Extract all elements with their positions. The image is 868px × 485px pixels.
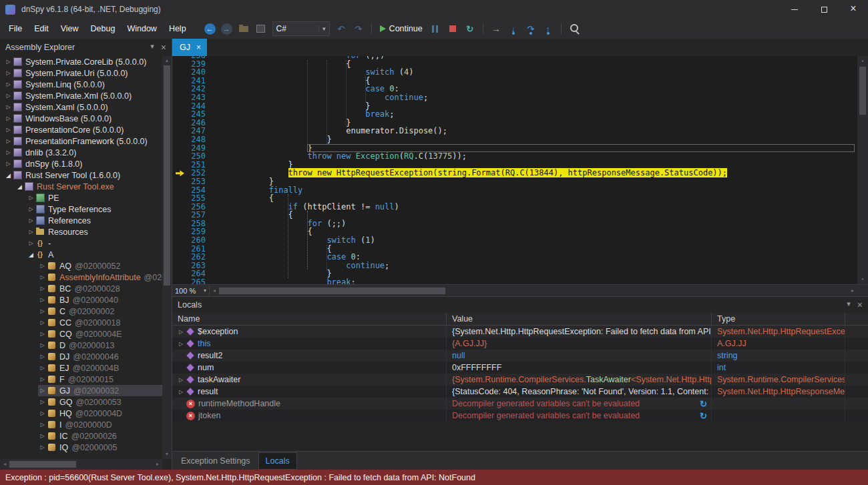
collapse-icon[interactable] [27,252,35,258]
tree-item-a[interactable]: A [0,249,162,260]
glyph-margin[interactable] [172,135,187,144]
tree-item-rust-server-tool-exe[interactable]: Rust Server Tool.exe [0,181,162,192]
expand-icon[interactable] [4,149,13,155]
glyph-margin[interactable] [172,93,187,102]
expand-icon[interactable] [38,433,47,439]
expand-icon[interactable] [176,377,186,383]
code-lines[interactable]: 238 for (;;)239 {240 switch (4)241 {242 … [172,56,857,284]
tree-item-references[interactable]: References [0,215,162,226]
tree-item-presentationframework-5-0-0-0[interactable]: PresentationFramework (5.0.0.0) [0,135,162,147]
glyph-margin[interactable] [172,85,187,93]
tree-item-system-private-corelib-5-0-0-0[interactable]: System.Private.CoreLib (5.0.0.0) [0,56,162,67]
menu-window[interactable]: Window [121,21,162,37]
expand-icon[interactable] [38,376,47,382]
expand-icon[interactable] [4,115,13,121]
expand-icon[interactable] [38,410,47,416]
scroll-up-icon[interactable]: ▴ [857,56,868,65]
tab-exception-settings[interactable]: Exception Settings [174,453,257,469]
chevron-down-icon[interactable] [847,300,851,310]
glyph-margin[interactable] [172,110,187,119]
tree-item-rust-server-tool-1-6-0-0[interactable]: Rust Server Tool (1.6.0.0) [0,169,162,181]
expand-icon[interactable] [38,331,47,337]
scroll-right-icon[interactable]: ▸ [153,459,162,470]
tree-item-cq[interactable]: CQ@0200004E [0,328,162,340]
restart-button[interactable] [464,23,476,35]
expand-icon[interactable] [38,263,47,269]
close-icon[interactable] [161,42,166,53]
refresh-icon[interactable] [700,411,707,421]
tree-item-resources[interactable]: Resources [0,226,162,237]
locals-row-this[interactable]: this{A.GJ.JJ}A.GJ.JJ [172,338,868,350]
forward-button[interactable] [221,23,232,35]
tree-vertical-scrollbar[interactable]: ▴ ▾ [162,56,172,459]
tree-item-gq[interactable]: GQ@02000053 [0,396,162,408]
tree-item-dj[interactable]: DJ@02000046 [0,351,162,362]
tree-item-pe[interactable]: PE [0,192,162,203]
expand-icon[interactable] [27,229,35,235]
glyph-margin[interactable] [172,102,187,111]
expand-icon[interactable] [4,161,13,167]
tree-item-system-private-uri-5-0-0-0[interactable]: System.Private.Uri (5.0.0.0) [0,67,162,79]
expand-icon[interactable] [176,341,186,347]
search-button[interactable] [568,23,580,35]
tree-item-cc[interactable]: CC@02000018 [0,317,162,328]
editor-horizontal-scrollbar[interactable] [219,286,848,296]
column-header-value[interactable]: Value [446,313,711,325]
scroll-up-icon[interactable]: ▴ [162,56,172,65]
glyph-margin[interactable] [172,227,187,236]
tree-item-ej[interactable]: EJ@0200004B [0,362,162,374]
glyph-margin[interactable] [172,161,187,169]
collapse-icon[interactable] [15,183,24,190]
code-editor[interactable]: 238 for (;;)239 {240 switch (4)241 {242 … [172,56,868,284]
close-icon[interactable] [857,300,863,310]
glyph-margin[interactable] [172,203,187,211]
expand-icon[interactable] [176,389,186,395]
tree-item-gj[interactable]: GJ@02000032 [0,385,162,396]
expand-icon[interactable] [27,195,35,201]
expand-icon[interactable] [4,81,13,87]
step-into-button[interactable] [507,23,519,35]
tree-item-system-private-xml-5-0-0-0[interactable]: System.Private.Xml (5.0.0.0) [0,90,162,101]
glyph-margin[interactable] [172,169,187,177]
expand-icon[interactable] [4,70,13,76]
step-out-button[interactable] [542,23,554,35]
tree-item-hq[interactable]: HQ@0200004D [0,408,162,419]
locals-row-runtimemethodhandle[interactable]: runtimeMethodHandleDecompiler generated … [172,398,868,410]
expand-icon[interactable] [4,59,13,65]
glyph-margin[interactable] [172,119,187,127]
glyph-margin[interactable] [172,219,187,228]
glyph-margin[interactable] [172,262,187,270]
tree-item-system-xaml-5-0-0-0[interactable]: System.Xaml (5.0.0.0) [0,101,162,113]
expand-icon[interactable] [38,286,47,292]
tree-item-[interactable]: - [0,237,162,249]
column-header-type[interactable]: Type [711,313,845,325]
expand-icon[interactable] [38,365,47,371]
tree-item-type-references[interactable]: Type References [0,203,162,215]
glyph-margin[interactable] [172,211,187,219]
tree-item-dnspy-6-1-8-0[interactable]: dnSpy (6.1.8.0) [0,158,162,169]
editor-vertical-scrollbar[interactable]: ▴ ▾ [857,56,868,284]
tree-item-bj[interactable]: BJ@02000040 [0,294,162,306]
show-next-statement-button[interactable] [490,23,502,35]
tree-item-windowsbase-5-0-0-0[interactable]: WindowsBase (5.0.0.0) [0,113,162,124]
glyph-margin[interactable] [172,144,187,153]
code-line-265[interactable]: 265 break; [172,278,857,284]
expand-icon[interactable] [27,217,35,223]
expand-icon[interactable] [176,329,186,335]
open-button[interactable] [238,23,250,35]
tree-item-c[interactable]: C@02000002 [0,306,162,317]
maximize-button[interactable] [809,0,839,19]
undo-button[interactable] [335,23,347,35]
glyph-margin[interactable] [172,127,187,135]
tree-item-system-linq-5-0-0-0[interactable]: System.Linq (5.0.0.0) [0,79,162,90]
pause-button[interactable] [429,23,441,35]
tree-item-ic[interactable]: IC@02000026 [0,430,162,442]
collapse-icon[interactable] [4,172,13,179]
save-all-button[interactable] [255,23,267,35]
tree-item-bc[interactable]: BC@02000028 [0,283,162,294]
tree-item-f[interactable]: F@02000015 [0,374,162,385]
minimize-button[interactable] [780,0,809,19]
menu-view[interactable]: View [55,21,85,37]
expand-icon[interactable] [38,399,47,405]
expand-icon[interactable] [4,93,13,99]
